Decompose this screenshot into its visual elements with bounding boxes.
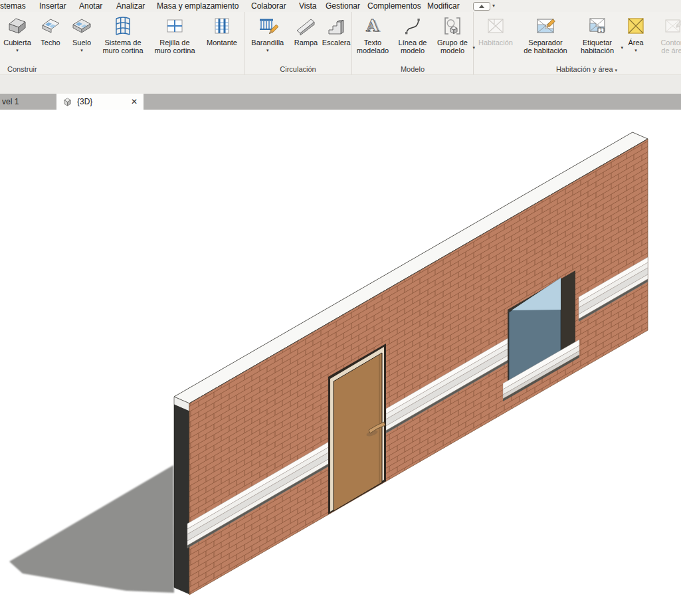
chevron-down-icon: ▾ xyxy=(615,68,618,72)
room-separator-icon xyxy=(535,15,556,37)
ribbon-button-montante[interactable]: Montante xyxy=(201,12,243,64)
ribbon-button-grupo-de-modelo[interactable]: Grupo demodelo ▾ xyxy=(432,12,473,64)
curtain-grid-icon xyxy=(164,15,185,37)
ribbon-button-sistema-muro-cortina[interactable]: Sistema demuro cortina xyxy=(97,12,149,64)
ribbon-button-rejilla-muro-cortina[interactable]: Rejilla demuro cortina xyxy=(149,12,201,64)
ground-shadow xyxy=(9,465,174,593)
svg-text:1: 1 xyxy=(600,28,603,33)
close-icon[interactable]: ✕ xyxy=(131,97,138,106)
tab-vista[interactable]: Vista xyxy=(299,1,316,11)
area-icon xyxy=(625,15,646,37)
wall-brick-face xyxy=(189,139,648,595)
ribbon-button-techo[interactable]: Techo xyxy=(35,12,66,64)
chevron-down-icon[interactable]: ▾ xyxy=(80,48,83,52)
mullion-icon xyxy=(211,15,233,37)
curtain-wall-system-icon xyxy=(112,15,134,37)
chevron-down-icon[interactable]: ▾ xyxy=(492,3,495,9)
roof-icon xyxy=(7,15,28,37)
area-boundary-icon xyxy=(663,15,681,37)
drawing-area[interactable] xyxy=(0,110,681,616)
stair-icon xyxy=(326,15,347,37)
toolbar-strip xyxy=(0,74,681,94)
panel-label-construir: Construir xyxy=(0,65,244,73)
model-text-icon: AA xyxy=(362,15,383,37)
ribbon-button-suelo[interactable]: Suelo ▾ xyxy=(66,12,97,64)
ribbon-button-barandilla[interactable]: Barandilla ▾ xyxy=(244,12,291,64)
ribbon-collapse-button[interactable] xyxy=(473,2,490,11)
panel-label-circulacion: Circulación xyxy=(244,65,351,73)
panel-label-habitacion-y-area[interactable]: Habitación y área ▾ xyxy=(474,65,681,73)
ribbon-button-cubierta[interactable]: Cubierta ▾ xyxy=(0,12,35,64)
wall-end-face xyxy=(174,405,189,594)
chevron-down-icon[interactable]: ▾ xyxy=(266,48,269,52)
ramp-icon xyxy=(295,15,316,37)
tab-analizar[interactable]: Analizar xyxy=(116,1,145,11)
tab-complementos[interactable]: Complementos xyxy=(367,1,421,11)
ribbon-button-habitacion: Habitación xyxy=(474,12,518,64)
wall[interactable] xyxy=(174,132,648,595)
panel-habitacion-y-area: Habitación Separadorde habitación 1 Etiq… xyxy=(474,12,681,74)
tab-masa-y-emplazamiento[interactable]: Masa y emplazamiento xyxy=(157,1,239,11)
ribbon-button-escalera[interactable]: Escalera xyxy=(321,12,351,64)
panel-circulacion: Barandilla ▾ Rampa Escalera Circulación xyxy=(244,12,352,74)
panel-label-modelo: Modelo xyxy=(352,65,473,73)
ribbon-button-linea-de-modelo[interactable]: Línea demodelo xyxy=(393,12,432,64)
ceiling-icon xyxy=(40,15,61,37)
model-group-icon xyxy=(442,15,463,37)
ribbon-button-area[interactable]: Área ▾ xyxy=(621,12,650,64)
panel-modelo: AA Textomodelado Línea demodelo Grupo de… xyxy=(352,12,474,74)
chevron-down-icon[interactable]: ▾ xyxy=(634,48,637,52)
room-tag-icon: 1 xyxy=(587,15,608,37)
ribbon-button-separador-de-habitacion[interactable]: Separadorde habitación xyxy=(518,12,573,64)
ribbon-button-rampa[interactable]: Rampa xyxy=(291,12,322,64)
view-tab-nivel-1[interactable]: vel 1 xyxy=(2,97,19,106)
view-tab-3d[interactable]: {3D} ✕ xyxy=(56,94,144,110)
chevron-down-icon[interactable]: ▾ xyxy=(16,48,19,52)
tab-insertar[interactable]: Insertar xyxy=(39,1,66,11)
tab-modificar[interactable]: Modificar xyxy=(427,1,460,11)
3d-view-icon xyxy=(62,97,72,107)
ribbon-tab-bar: stemas Insertar Anotar Analizar Masa y e… xyxy=(0,0,681,12)
ribbon-button-contorno-de-area: Contornde área xyxy=(650,12,681,64)
svg-text:A: A xyxy=(365,16,379,35)
room-icon xyxy=(485,15,506,37)
ribbon: Cubierta ▾ Techo Suelo ▾ Sistema demuro … xyxy=(0,12,681,74)
ribbon-button-etiquetar-habitacion[interactable]: 1 Etiquetarhabitación ▾ xyxy=(573,12,621,64)
model-line-icon xyxy=(402,15,423,37)
tab-sistemas[interactable]: stemas xyxy=(0,1,26,11)
panel-construir: Cubierta ▾ Techo Suelo ▾ Sistema demuro … xyxy=(0,12,244,74)
tab-colaborar[interactable]: Colaborar xyxy=(251,1,286,11)
floor-icon xyxy=(71,15,92,37)
railing-icon xyxy=(257,15,278,37)
view-tab-label: {3D} xyxy=(77,97,92,106)
ribbon-button-texto-modelado[interactable]: AA Textomodelado xyxy=(352,12,393,64)
tab-anotar[interactable]: Anotar xyxy=(79,1,102,11)
panel-up-icon xyxy=(479,5,484,8)
tab-gestionar[interactable]: Gestionar xyxy=(326,1,360,11)
view-tab-bar: vel 1 {3D} ✕ xyxy=(0,94,681,110)
